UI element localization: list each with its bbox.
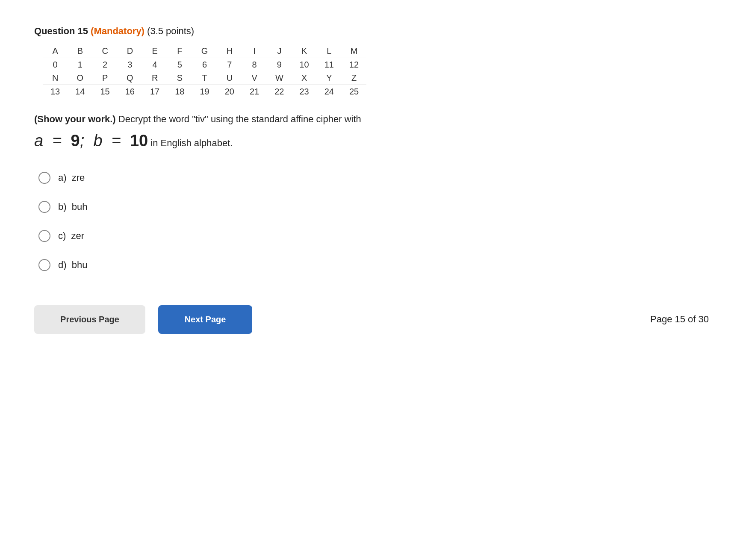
previous-page-button[interactable]: Previous Page bbox=[34, 305, 145, 334]
option-c-label: c) zer bbox=[58, 230, 84, 242]
radio-d[interactable] bbox=[38, 259, 50, 271]
question-text-block: (Show your work.) Decrypt the word "tiv"… bbox=[34, 111, 709, 155]
option-b-label: b) buh bbox=[58, 201, 88, 212]
radio-a[interactable] bbox=[38, 172, 50, 184]
next-page-button[interactable]: Next Page bbox=[158, 305, 252, 334]
mandatory-label: (Mandatory) bbox=[91, 26, 144, 36]
question-header: Question 15 (Mandatory) (3.5 points) bbox=[34, 26, 709, 37]
options-container: a) zre b) buh c) zer d) bhu bbox=[38, 172, 709, 271]
option-a[interactable]: a) zre bbox=[38, 172, 709, 184]
navigation-bar: Previous Page Next Page Page 15 of 30 bbox=[34, 305, 709, 334]
show-work-label: (Show your work.) bbox=[34, 114, 116, 124]
radio-b[interactable] bbox=[38, 201, 50, 213]
number-row-1: 0 1 2 3 4 5 6 7 8 9 10 11 12 bbox=[43, 58, 366, 72]
question-text: Decrypt the word "tiv" using the standar… bbox=[116, 114, 361, 124]
cipher-table: A B C D E F G H I J K L M 0 1 2 3 4 5 6 … bbox=[43, 44, 366, 98]
option-d[interactable]: d) bhu bbox=[38, 259, 709, 271]
math-suffix: in English alphabet. bbox=[150, 138, 233, 148]
page-indicator: Page 15 of 30 bbox=[650, 314, 709, 325]
letter-row-1: A B C D E F G H I J K L M bbox=[43, 44, 366, 58]
option-b[interactable]: b) buh bbox=[38, 201, 709, 213]
math-display: a = 9; b = 10 bbox=[34, 132, 148, 150]
question-number: 15 bbox=[77, 26, 88, 36]
option-c[interactable]: c) zer bbox=[38, 230, 709, 242]
question-title: Question 15 (Mandatory) (3.5 points) bbox=[34, 26, 194, 36]
letter-row-2: N O P Q R S T U V W X Y Z bbox=[43, 71, 366, 85]
radio-c[interactable] bbox=[38, 230, 50, 242]
option-d-label: d) bhu bbox=[58, 259, 88, 271]
option-a-label: a) zre bbox=[58, 172, 85, 183]
points-label: (3.5 points) bbox=[147, 26, 194, 36]
number-row-2: 13 14 15 16 17 18 19 20 21 22 23 24 25 bbox=[43, 85, 366, 99]
